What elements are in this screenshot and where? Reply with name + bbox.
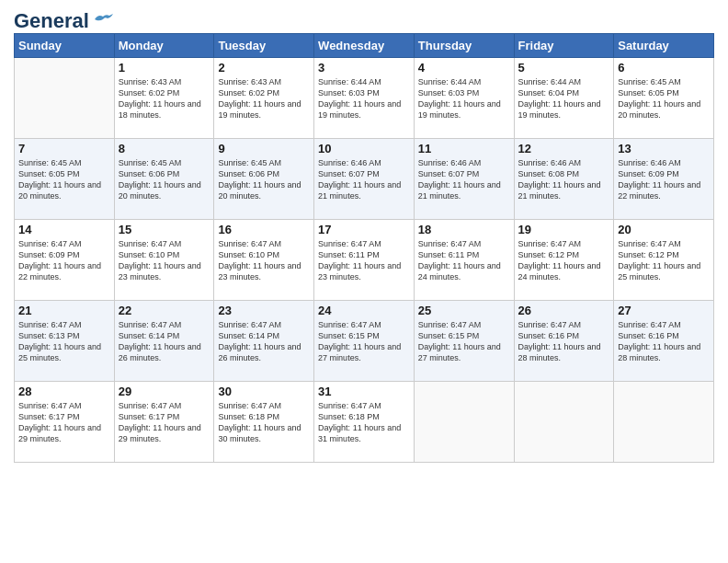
table-cell: 19Sunrise: 6:47 AMSunset: 6:12 PMDayligh…: [514, 220, 614, 301]
day-number: 6: [618, 61, 710, 75]
day-info: Sunrise: 6:47 AMSunset: 6:14 PMDaylight:…: [218, 319, 310, 364]
table-cell: [514, 382, 614, 463]
table-cell: [414, 382, 514, 463]
day-number: 26: [518, 304, 610, 317]
day-info: Sunrise: 6:47 AMSunset: 6:18 PMDaylight:…: [218, 400, 310, 445]
table-cell: 2Sunrise: 6:43 AMSunset: 6:02 PMDaylight…: [214, 58, 314, 139]
table-cell: 26Sunrise: 6:47 AMSunset: 6:16 PMDayligh…: [514, 301, 614, 382]
day-number: 23: [218, 304, 310, 317]
table-cell: 18Sunrise: 6:47 AMSunset: 6:11 PMDayligh…: [414, 220, 514, 301]
table-cell: 27Sunrise: 6:47 AMSunset: 6:16 PMDayligh…: [614, 301, 714, 382]
day-info: Sunrise: 6:47 AMSunset: 6:17 PMDaylight:…: [18, 400, 110, 445]
day-info: Sunrise: 6:43 AMSunset: 6:02 PMDaylight:…: [119, 76, 210, 121]
page: General Sunday Monday Tuesday Wednesday …: [0, 0, 728, 563]
day-info: Sunrise: 6:47 AMSunset: 6:12 PMDaylight:…: [518, 238, 610, 283]
calendar-week-row: 1Sunrise: 6:43 AMSunset: 6:02 PMDaylight…: [15, 58, 714, 139]
day-info: Sunrise: 6:45 AMSunset: 6:06 PMDaylight:…: [218, 157, 310, 202]
day-number: 4: [418, 61, 510, 75]
table-cell: 23Sunrise: 6:47 AMSunset: 6:14 PMDayligh…: [214, 301, 314, 382]
day-number: 20: [618, 223, 710, 236]
table-cell: 7Sunrise: 6:45 AMSunset: 6:05 PMDaylight…: [15, 139, 115, 220]
col-tuesday: Tuesday: [214, 34, 314, 58]
day-info: Sunrise: 6:46 AMSunset: 6:09 PMDaylight:…: [618, 157, 710, 202]
day-info: Sunrise: 6:47 AMSunset: 6:16 PMDaylight:…: [518, 319, 610, 364]
day-info: Sunrise: 6:43 AMSunset: 6:02 PMDaylight:…: [218, 76, 310, 121]
day-number: 16: [218, 223, 310, 236]
day-info: Sunrise: 6:47 AMSunset: 6:14 PMDaylight:…: [119, 319, 210, 364]
day-info: Sunrise: 6:45 AMSunset: 6:05 PMDaylight:…: [618, 76, 710, 121]
col-saturday: Saturday: [614, 34, 714, 58]
day-number: 2: [218, 61, 310, 75]
day-number: 21: [18, 304, 110, 317]
day-info: Sunrise: 6:47 AMSunset: 6:18 PMDaylight:…: [318, 400, 410, 445]
calendar-week-row: 28Sunrise: 6:47 AMSunset: 6:17 PMDayligh…: [15, 382, 714, 463]
table-cell: 17Sunrise: 6:47 AMSunset: 6:11 PMDayligh…: [314, 220, 415, 301]
day-number: 13: [618, 142, 710, 155]
logo-bird-icon: [93, 12, 113, 27]
day-number: 19: [518, 223, 610, 236]
col-friday: Friday: [514, 34, 614, 58]
header: General: [14, 9, 714, 28]
table-cell: 20Sunrise: 6:47 AMSunset: 6:12 PMDayligh…: [614, 220, 714, 301]
table-cell: 9Sunrise: 6:45 AMSunset: 6:06 PMDaylight…: [214, 139, 314, 220]
day-info: Sunrise: 6:44 AMSunset: 6:03 PMDaylight:…: [318, 76, 410, 121]
day-number: 1: [119, 61, 210, 75]
day-number: 31: [318, 385, 410, 398]
table-cell: 8Sunrise: 6:45 AMSunset: 6:06 PMDaylight…: [114, 139, 214, 220]
day-info: Sunrise: 6:47 AMSunset: 6:10 PMDaylight:…: [218, 238, 310, 283]
col-monday: Monday: [114, 34, 214, 58]
calendar-week-row: 7Sunrise: 6:45 AMSunset: 6:05 PMDaylight…: [15, 139, 714, 220]
table-cell: 3Sunrise: 6:44 AMSunset: 6:03 PMDaylight…: [314, 58, 415, 139]
day-number: 8: [119, 142, 210, 155]
day-number: 27: [618, 304, 710, 317]
table-cell: 10Sunrise: 6:46 AMSunset: 6:07 PMDayligh…: [314, 139, 415, 220]
table-cell: 24Sunrise: 6:47 AMSunset: 6:15 PMDayligh…: [314, 301, 415, 382]
logo-general: General: [14, 9, 89, 33]
table-cell: [614, 382, 714, 463]
day-number: 30: [218, 385, 310, 398]
day-info: Sunrise: 6:46 AMSunset: 6:07 PMDaylight:…: [318, 157, 410, 202]
day-info: Sunrise: 6:47 AMSunset: 6:15 PMDaylight:…: [418, 319, 510, 364]
calendar-week-row: 14Sunrise: 6:47 AMSunset: 6:09 PMDayligh…: [15, 220, 714, 301]
table-cell: 15Sunrise: 6:47 AMSunset: 6:10 PMDayligh…: [114, 220, 214, 301]
day-number: 17: [318, 223, 410, 236]
day-number: 3: [318, 61, 410, 75]
day-number: 29: [119, 385, 210, 398]
calendar-table: Sunday Monday Tuesday Wednesday Thursday…: [14, 33, 714, 463]
day-info: Sunrise: 6:47 AMSunset: 6:09 PMDaylight:…: [18, 238, 110, 283]
day-number: 9: [218, 142, 310, 155]
col-wednesday: Wednesday: [314, 34, 415, 58]
table-cell: 29Sunrise: 6:47 AMSunset: 6:17 PMDayligh…: [114, 382, 214, 463]
day-info: Sunrise: 6:47 AMSunset: 6:17 PMDaylight:…: [119, 400, 210, 445]
day-info: Sunrise: 6:47 AMSunset: 6:13 PMDaylight:…: [18, 319, 110, 364]
table-cell: 1Sunrise: 6:43 AMSunset: 6:02 PMDaylight…: [114, 58, 214, 139]
day-number: 24: [318, 304, 410, 317]
table-cell: 13Sunrise: 6:46 AMSunset: 6:09 PMDayligh…: [614, 139, 714, 220]
col-sunday: Sunday: [15, 34, 115, 58]
day-number: 10: [318, 142, 410, 155]
day-info: Sunrise: 6:44 AMSunset: 6:04 PMDaylight:…: [518, 76, 610, 121]
day-info: Sunrise: 6:47 AMSunset: 6:10 PMDaylight:…: [119, 238, 210, 283]
table-cell: 6Sunrise: 6:45 AMSunset: 6:05 PMDaylight…: [614, 58, 714, 139]
table-cell: 12Sunrise: 6:46 AMSunset: 6:08 PMDayligh…: [514, 139, 614, 220]
day-number: 28: [18, 385, 110, 398]
day-number: 7: [18, 142, 110, 155]
day-info: Sunrise: 6:45 AMSunset: 6:06 PMDaylight:…: [119, 157, 210, 202]
day-number: 11: [418, 142, 510, 155]
table-cell: 14Sunrise: 6:47 AMSunset: 6:09 PMDayligh…: [15, 220, 115, 301]
day-info: Sunrise: 6:44 AMSunset: 6:03 PMDaylight:…: [418, 76, 510, 121]
col-thursday: Thursday: [414, 34, 514, 58]
day-number: 25: [418, 304, 510, 317]
day-info: Sunrise: 6:47 AMSunset: 6:16 PMDaylight:…: [618, 319, 710, 364]
table-cell: 21Sunrise: 6:47 AMSunset: 6:13 PMDayligh…: [15, 301, 115, 382]
day-number: 5: [518, 61, 610, 75]
calendar-header-row: Sunday Monday Tuesday Wednesday Thursday…: [15, 34, 714, 58]
table-cell: 22Sunrise: 6:47 AMSunset: 6:14 PMDayligh…: [114, 301, 214, 382]
table-cell: 4Sunrise: 6:44 AMSunset: 6:03 PMDaylight…: [414, 58, 514, 139]
day-number: 18: [418, 223, 510, 236]
table-cell: 11Sunrise: 6:46 AMSunset: 6:07 PMDayligh…: [414, 139, 514, 220]
day-info: Sunrise: 6:46 AMSunset: 6:07 PMDaylight:…: [418, 157, 510, 202]
logo: General: [14, 9, 113, 28]
table-cell: 25Sunrise: 6:47 AMSunset: 6:15 PMDayligh…: [414, 301, 514, 382]
day-info: Sunrise: 6:45 AMSunset: 6:05 PMDaylight:…: [18, 157, 110, 202]
